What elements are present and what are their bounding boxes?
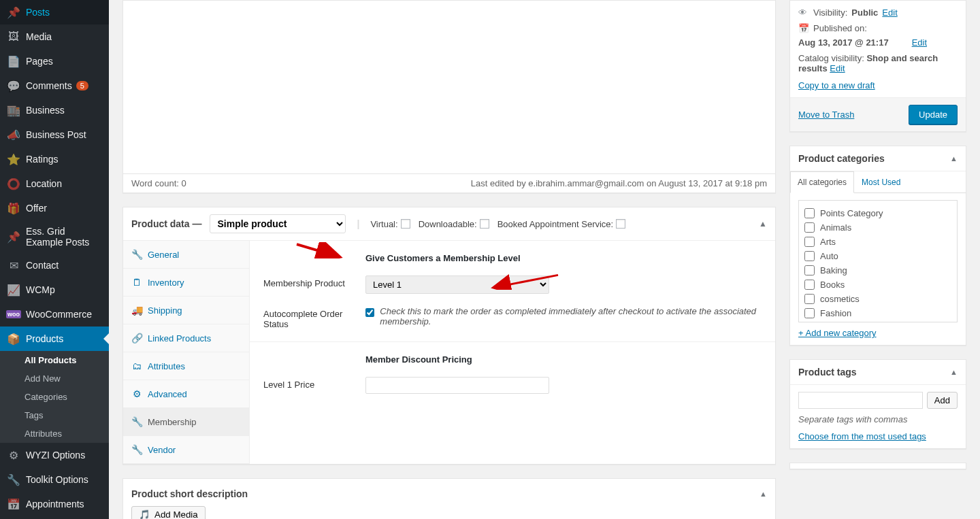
panel-collapse-icon[interactable]: ▲ xyxy=(760,490,767,498)
sidebar-item-offer[interactable]: 🎁Offer xyxy=(0,196,109,220)
autocomplete-label: Autocomplete Order Status xyxy=(263,306,365,329)
sidebar-metaboxes: 👁Visibility: Public Edit 📅Published on: … xyxy=(789,0,980,519)
booked-toggle[interactable]: Booked Appointment Service: xyxy=(497,219,626,229)
tab-shipping[interactable]: 🚚Shipping xyxy=(123,297,249,324)
downloadable-toggle[interactable]: Downloadable: xyxy=(419,219,489,229)
tags-hint: Separate tags with commas xyxy=(798,414,958,424)
submenu-add-new[interactable]: Add New xyxy=(0,369,109,388)
content-editor[interactable] xyxy=(123,1,775,174)
attributes-icon: 🗂 xyxy=(131,361,142,371)
choose-tags-link[interactable]: Choose from the most used tags xyxy=(798,431,926,441)
vendor-icon: 🔧 xyxy=(131,444,142,455)
tab-all-categories[interactable]: All categories xyxy=(790,171,854,193)
admin-sidebar: 📌Posts🖼Media📄Pages💬Comments5🏬Business📣Bu… xyxy=(0,0,109,519)
sidebar-item-business[interactable]: 🏬Business xyxy=(0,98,109,122)
calendar-icon: 📅 xyxy=(798,23,809,33)
offer-icon: 🎁 xyxy=(7,201,20,215)
section-membership-level: Give Customers a Membership Level xyxy=(365,253,762,263)
media-icon: 🖼 xyxy=(7,30,20,44)
sidebar-item-appointments[interactable]: 📅Appointments xyxy=(0,492,109,516)
sidebar-item-ess-grid-example-posts[interactable]: 📌Ess. Grid Example Posts xyxy=(0,220,109,253)
sidebar-item-pages[interactable]: 📄Pages xyxy=(0,49,109,73)
tab-linked-products[interactable]: 🔗Linked Products xyxy=(123,324,249,352)
copy-draft-link[interactable]: Copy to a new draft xyxy=(798,80,875,90)
posts-icon: 📌 xyxy=(7,5,20,19)
products-icon: 📦 xyxy=(7,332,20,346)
tab-advanced[interactable]: ⚙Advanced xyxy=(123,380,249,408)
category-option-cosmetics[interactable]: cosmetics xyxy=(804,292,951,306)
tab-attributes[interactable]: 🗂Attributes xyxy=(123,352,249,380)
advanced-icon: ⚙ xyxy=(131,388,142,399)
product-type-select[interactable]: Simple product xyxy=(210,214,346,233)
sidebar-item-toolkit-options[interactable]: 🔧Toolkit Options xyxy=(0,467,109,492)
submenu-categories[interactable]: Categories xyxy=(0,388,109,406)
membership-level-select[interactable]: Level 1 xyxy=(365,275,549,294)
sidebar-item-location[interactable]: ⭕Location xyxy=(0,171,109,196)
wyzi-options-icon: ⚙ xyxy=(7,448,20,462)
category-option-books[interactable]: Books xyxy=(804,278,951,292)
toolkit-options-icon: 🔧 xyxy=(7,473,20,486)
linked-products-icon: 🔗 xyxy=(131,333,142,344)
editor-panel: Word count: 0 Last edited by e.ibrahim.a… xyxy=(122,0,776,193)
main-content: Word count: 0 Last edited by e.ibrahim.a… xyxy=(109,0,789,519)
sidebar-item-contact[interactable]: ✉Contact xyxy=(0,253,109,278)
camera-icon: 🎵 xyxy=(139,509,150,519)
edit-catalog-link[interactable]: Edit xyxy=(830,63,845,73)
short-description-panel: Product short description ▲ 🎵 Add Media xyxy=(122,478,776,519)
category-option-points-category[interactable]: Points Category xyxy=(804,206,951,220)
sidebar-item-posts[interactable]: 📌Posts xyxy=(0,0,109,24)
svg-line-0 xyxy=(297,244,338,256)
edit-date-link[interactable]: Edit xyxy=(912,37,927,48)
category-option-baking[interactable]: Baking xyxy=(804,263,951,278)
level1-price-input[interactable] xyxy=(365,377,549,394)
add-new-category-link[interactable]: + Add new category xyxy=(798,328,877,338)
tab-membership[interactable]: 🔧Membership xyxy=(123,408,249,436)
inventory-icon: 🗒 xyxy=(131,277,142,288)
publish-widget: 👁Visibility: Public Edit 📅Published on: … xyxy=(789,0,966,132)
category-option-animals[interactable]: Animals xyxy=(804,220,951,235)
category-option-fashion[interactable]: Fashion xyxy=(804,306,951,320)
panel-collapse-icon[interactable]: ▲ xyxy=(950,154,958,163)
panel-collapse-icon[interactable]: ▲ xyxy=(759,219,767,229)
tag-add-button[interactable]: Add xyxy=(927,392,958,409)
autocomplete-hint: Check this to mark the order as complete… xyxy=(380,306,762,327)
category-option-arts[interactable]: Arts xyxy=(804,235,951,249)
category-option-auto[interactable]: Auto xyxy=(804,249,951,263)
sidebar-item-business-post[interactable]: 📣Business Post xyxy=(0,122,109,147)
edit-visibility-link[interactable]: Edit xyxy=(882,7,897,18)
business-icon: 🏬 xyxy=(7,103,20,117)
section-discount-pricing: Member Discount Pricing xyxy=(365,354,762,365)
level1-price-label: Level 1 Price xyxy=(263,377,365,390)
sidebar-item-woocommerce[interactable]: wooWooCommerce xyxy=(0,302,109,327)
virtual-toggle[interactable]: Virtual: xyxy=(370,219,410,229)
tag-input[interactable] xyxy=(798,392,923,409)
sidebar-item-wcmp[interactable]: 📈WCMp xyxy=(0,278,109,302)
update-button[interactable]: Update xyxy=(909,105,958,124)
membership-product-label: Membership Product xyxy=(263,275,365,288)
autocomplete-checkbox[interactable] xyxy=(365,307,374,318)
move-to-trash-link[interactable]: Move to Trash xyxy=(798,110,854,120)
panel-collapse-icon[interactable]: ▲ xyxy=(950,368,958,376)
tab-inventory[interactable]: 🗒Inventory xyxy=(123,269,249,297)
submenu-all-products[interactable]: All Products xyxy=(0,351,109,369)
tab-most-used[interactable]: Most Used xyxy=(854,171,908,192)
sidebar-item-ratings[interactable]: ⭐Ratings xyxy=(0,147,109,171)
comment-count-badge: 5 xyxy=(76,81,88,90)
membership-tab-content: Give Customers a Membership Level Member… xyxy=(250,241,775,464)
submenu-tags[interactable]: Tags xyxy=(0,406,109,424)
sidebar-item-products[interactable]: 📦Products xyxy=(0,327,109,351)
sidebar-item-media[interactable]: 🖼Media xyxy=(0,24,109,49)
ratings-icon: ⭐ xyxy=(7,152,20,166)
submenu-attributes[interactable]: Attributes xyxy=(0,424,109,443)
tab-vendor[interactable]: 🔧Vendor xyxy=(123,436,249,464)
short-description-title: Product short description xyxy=(131,488,248,499)
product-data-panel: Product data — Simple product | Virtual:… xyxy=(122,207,776,465)
annotation-arrow-icon xyxy=(288,242,349,258)
sidebar-item-wyzi-options[interactable]: ⚙WYZI Options xyxy=(0,443,109,467)
add-media-button[interactable]: 🎵 Add Media xyxy=(131,506,206,519)
ess-grid-example-posts-icon: 📌 xyxy=(7,230,20,244)
tab-general[interactable]: 🔧General xyxy=(123,241,249,269)
product-data-tabs: 🔧General🗒Inventory🚚Shipping🔗Linked Produ… xyxy=(123,241,250,464)
next-widget xyxy=(789,463,966,469)
sidebar-item-comments[interactable]: 💬Comments5 xyxy=(0,73,109,98)
